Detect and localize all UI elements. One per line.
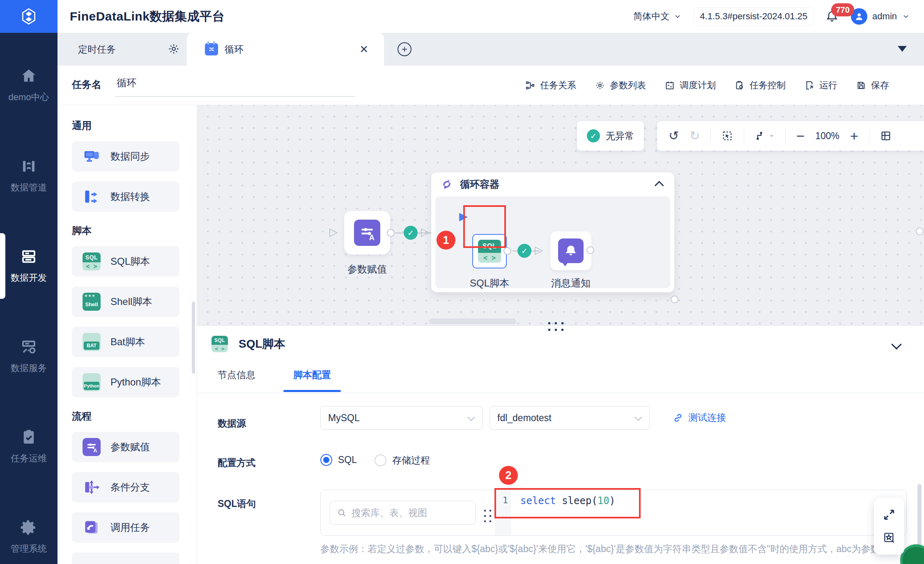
- svg-text:A: A: [93, 447, 97, 454]
- palette-item-label: SQL脚本: [110, 255, 150, 268]
- palette-item-data-sync[interactable]: 数据同步: [72, 141, 179, 172]
- status-text: 无异常: [606, 130, 634, 142]
- port-out-container[interactable]: [671, 296, 678, 303]
- user-menu[interactable]: admin: [851, 8, 910, 25]
- finedatalink-app: FineDataLink数据集成平台 简体中文 4.1.5.3#persist-…: [0, 0, 924, 564]
- action-label: 参数列表: [610, 79, 646, 92]
- palette-item-call-task[interactable]: 调用任务: [72, 512, 179, 543]
- radio-stored-procedure[interactable]: 存储过程: [375, 454, 430, 467]
- palette-item-shell-script[interactable]: Shell Shell脚本: [72, 287, 179, 317]
- redo-icon[interactable]: ↻: [690, 130, 700, 142]
- search-input[interactable]: [352, 507, 469, 518]
- panel-vertical-scrollbar[interactable]: [917, 484, 922, 546]
- task-control-button[interactable]: 任务控制: [735, 79, 786, 92]
- sidebar-item-data-service[interactable]: 数据服务: [0, 323, 57, 389]
- canvas-toolbar: ↺ ↻ − 100% +: [657, 121, 924, 151]
- search-box[interactable]: [330, 501, 476, 525]
- palette-item-data-transform[interactable]: 数据转换: [72, 181, 179, 212]
- node-message-notify[interactable]: [550, 232, 591, 270]
- palette-item-partial[interactable]: [72, 553, 179, 564]
- magic-format-icon[interactable]: [883, 531, 896, 544]
- zoom-in-button[interactable]: +: [850, 129, 858, 143]
- task-toolbar: 任务名 循环 任务关系 参数列表 调度计划 任务控制 运行: [57, 66, 924, 105]
- datasource-label: 数据源: [218, 417, 246, 430]
- radio-sql[interactable]: SQL: [320, 454, 357, 466]
- divider: [869, 129, 869, 143]
- icon-text: SQL: [211, 336, 228, 345]
- annotation-number-2: 2: [499, 466, 518, 485]
- sidebar-item-demo-center[interactable]: demo中心: [0, 53, 57, 118]
- palette-item-python-script[interactable]: Python Python脚本: [72, 367, 179, 397]
- port-arrow-in[interactable]: ▷: [329, 227, 338, 238]
- palette-scrollbar[interactable]: [192, 302, 195, 374]
- flow-canvas[interactable]: ✓ 无异常 ↺ ↻ − 100% + ▷ A: [197, 105, 924, 326]
- schedule-plan-button[interactable]: 调度计划: [665, 79, 716, 92]
- version-label: 4.1.5.3#persist-2024.01.25: [694, 8, 813, 25]
- palette-item-sql-script[interactable]: SQL < > SQL脚本: [72, 246, 179, 277]
- marquee-select-icon[interactable]: [722, 130, 733, 142]
- notifications-button[interactable]: 770: [825, 10, 839, 23]
- datasource-type-select[interactable]: MySQL: [320, 406, 483, 430]
- tab-loop-active[interactable]: 循环 ✕: [187, 33, 384, 66]
- task-relations-button[interactable]: 任务关系: [525, 79, 576, 92]
- sidebar-item-admin-system[interactable]: 管理系统: [0, 504, 57, 564]
- save-button[interactable]: 保存: [856, 79, 889, 92]
- collapse-panel-icon[interactable]: [891, 339, 901, 349]
- tab-scheduled-tasks[interactable]: 定时任务: [78, 33, 116, 66]
- palette-item-condition-branch[interactable]: 条件分支: [72, 472, 179, 502]
- node-label: 参数赋值: [347, 263, 387, 276]
- parameter-list-button[interactable]: 参数列表: [595, 79, 646, 92]
- port-arrow[interactable]: ▷: [535, 245, 543, 256]
- app-header: FineDataLink数据集成平台 简体中文 4.1.5.3#persist-…: [0, 0, 924, 33]
- port-edge[interactable]: [916, 227, 924, 235]
- undo-icon[interactable]: ↺: [669, 130, 679, 142]
- editor-resize-handle[interactable]: [484, 490, 495, 535]
- language-switcher[interactable]: 简体中文: [633, 10, 682, 23]
- port-out[interactable]: [503, 247, 511, 255]
- expand-icon[interactable]: [883, 508, 896, 521]
- sidebar-item-data-dev[interactable]: 数据开发: [0, 233, 57, 299]
- home-icon: [20, 67, 37, 85]
- logo[interactable]: [0, 0, 57, 33]
- connector-style-button[interactable]: [755, 130, 775, 142]
- loop-container-header[interactable]: 循环容器: [431, 172, 674, 196]
- task-actions: 任务关系 参数列表 调度计划 任务控制 运行 保存: [525, 66, 889, 105]
- svg-text:A: A: [369, 234, 375, 242]
- pipeline-icon: [20, 158, 37, 175]
- zoom-out-button[interactable]: −: [796, 129, 804, 143]
- palette-item-bat-script[interactable]: BAT Bat脚本: [72, 327, 179, 357]
- sidebar-item-data-pipeline[interactable]: 数据管道: [0, 143, 57, 209]
- palette-item-label: 条件分支: [110, 481, 150, 494]
- port-out[interactable]: [586, 246, 594, 254]
- datasource-name-select[interactable]: fdl_demotest: [490, 406, 650, 430]
- username-label: admin: [872, 11, 897, 22]
- check-icon: ✓: [587, 129, 600, 142]
- port-out[interactable]: [387, 229, 395, 237]
- canvas-horizontal-scrollbar[interactable]: [429, 319, 516, 324]
- tab-node-info[interactable]: 节点信息: [218, 369, 255, 392]
- test-connection-link[interactable]: 测试连接: [673, 411, 726, 424]
- save-icon: [856, 80, 866, 90]
- palette-item-param-assign[interactable]: A 参数赋值: [72, 432, 179, 462]
- divider: [710, 129, 711, 143]
- close-icon[interactable]: ✕: [359, 44, 368, 55]
- minimap-icon[interactable]: [880, 130, 892, 142]
- add-tab-button[interactable]: +: [398, 42, 411, 56]
- task-name-input[interactable]: 循环: [115, 76, 355, 97]
- node-param-assign[interactable]: A: [344, 211, 390, 254]
- gear-icon[interactable]: [168, 43, 180, 55]
- data-dev-icon: [20, 248, 37, 265]
- section-title-script: 脚本: [72, 224, 197, 237]
- sidebar-item-task-ops[interactable]: 任务运维: [0, 414, 57, 479]
- palette-item-label: 数据转换: [110, 190, 150, 203]
- condition-branch-icon: [83, 478, 101, 496]
- tab-overflow-caret[interactable]: [898, 46, 907, 52]
- chevron-down-icon: [673, 12, 682, 21]
- run-button[interactable]: 运行: [804, 79, 837, 92]
- panel-resize-handle[interactable]: [548, 322, 563, 331]
- action-label: 保存: [871, 79, 889, 92]
- collapse-icon[interactable]: [655, 181, 664, 190]
- palette-item-label: Shell脚本: [110, 295, 152, 308]
- port-arrow[interactable]: ▷: [421, 227, 430, 238]
- tab-script-config[interactable]: 脚本配置: [293, 369, 331, 392]
